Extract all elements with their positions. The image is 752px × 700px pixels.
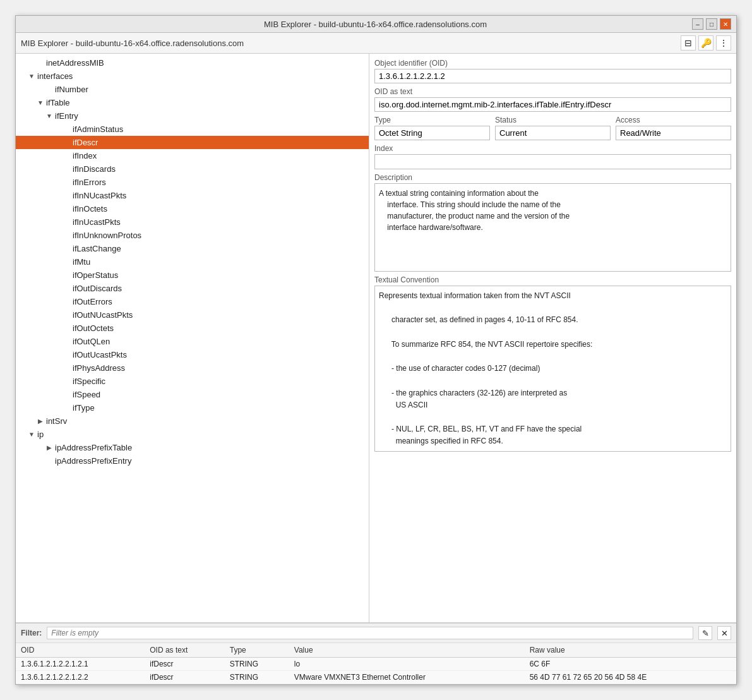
tree-toggle-ifOutUcastPkts[interactable] — [63, 351, 71, 359]
tree-toggle-intSrv[interactable]: ▶ — [36, 417, 45, 426]
tree-toggle-ifTable[interactable]: ▼ — [36, 99, 45, 107]
tree-label-ifInDiscards: ifInDiscards — [71, 164, 116, 174]
oid-text-input[interactable] — [374, 97, 731, 112]
tree-item-ifLastChange[interactable]: ifLastChange — [16, 242, 369, 255]
results-header-row: OID OID as text Type Value Raw value — [16, 643, 736, 658]
tree-item-ipAddressPrefixTable[interactable]: ▶ ipAddressPrefixTable — [16, 441, 369, 454]
tree-toggle-ifOperStatus[interactable] — [63, 271, 71, 280]
tree-toggle-partial[interactable] — [45, 457, 54, 466]
index-input[interactable] — [374, 154, 731, 169]
key-icon-button[interactable]: 🔑 — [698, 35, 713, 51]
tree-label-ifLastChange: ifLastChange — [71, 244, 121, 253]
tree-item-ifOutErrors[interactable]: ifOutErrors — [16, 295, 369, 308]
tree-item-intSrv[interactable]: ▶ intSrv — [16, 414, 369, 428]
tree-toggle-ifDescr[interactable] — [63, 138, 71, 147]
tree-item-ifOutNUcastPkts[interactable]: ifOutNUcastPkts — [16, 308, 369, 322]
description-text: A textual string containing information … — [374, 183, 731, 272]
tree-label-ifSpecific: ifSpecific — [71, 377, 105, 386]
tree-toggle-ifEntry[interactable]: ▼ — [45, 112, 54, 121]
tree-toggle-ifIndex[interactable] — [63, 152, 71, 160]
menu-icon-button[interactable]: ⋮ — [716, 35, 731, 51]
tree-item-ifInErrors[interactable]: ifInErrors — [16, 176, 369, 189]
tree-toggle-interfaces[interactable]: ▼ — [27, 72, 36, 81]
type-field-group: Type — [374, 116, 490, 140]
tree-item-ifInNUcastPkts[interactable]: ifInNUcastPkts — [16, 189, 369, 202]
cell-raw-value: 6C 6F — [525, 658, 736, 671]
close-button[interactable]: ✕ — [720, 18, 731, 30]
results-table: OID OID as text Type Value Raw value 1.3… — [16, 643, 736, 684]
tree-label-ifOperStatus: ifOperStatus — [71, 270, 118, 280]
table-row[interactable]: 1.3.6.1.2.1.2.2.1.2.2 ifDescr STRING VMw… — [16, 671, 736, 684]
tree-item-ifOutUcastPkts[interactable]: ifOutUcastPkts — [16, 348, 369, 361]
tree-toggle-ifOutDiscards[interactable] — [63, 284, 71, 293]
filter-input[interactable] — [47, 627, 693, 639]
tree-toggle-ifInErrors[interactable] — [63, 178, 71, 187]
tree-toggle-ifInDiscards[interactable] — [63, 165, 71, 174]
tree-toggle-ifAdminStatus[interactable] — [63, 125, 71, 134]
tree-toggle-ifOutErrors[interactable] — [63, 298, 71, 306]
cell-value: lo — [289, 658, 525, 671]
tree-item-inetAddressMIB[interactable]: inetAddressMIB — [16, 56, 369, 69]
tree-item-ifSpecific[interactable]: ifSpecific — [16, 375, 369, 388]
filter-clear-icon-button[interactable]: ✕ — [717, 626, 731, 640]
tree-item-ifIndex[interactable]: ifIndex — [16, 149, 369, 162]
filter-icon-button[interactable]: ⊟ — [681, 35, 696, 51]
tree-item-ifInDiscards[interactable]: ifInDiscards — [16, 162, 369, 176]
tree-toggle-ifOutOctets[interactable] — [63, 324, 71, 333]
tree-item-ifPhysAddress[interactable]: ifPhysAddress — [16, 361, 369, 375]
oid-text-field-group: OID as text — [374, 87, 731, 112]
tree-item-interfaces[interactable]: ▼ interfaces — [16, 69, 369, 83]
col-raw-value: Raw value — [525, 643, 736, 658]
tree-toggle-ip[interactable]: ▼ — [27, 430, 36, 439]
table-row[interactable]: 1.3.6.1.2.1.2.2.1.2.1 ifDescr STRING lo … — [16, 658, 736, 671]
tree-item-ifInUnknownProtos[interactable]: ifInUnknownProtos — [16, 229, 369, 242]
tree-item-ifOutQLen[interactable]: ifOutQLen — [16, 335, 369, 348]
tree-toggle-ifMtu[interactable] — [63, 258, 71, 267]
tree-toggle-ifInOctets[interactable] — [63, 205, 71, 214]
tree-item-ifOutDiscards[interactable]: ifOutDiscards — [16, 282, 369, 295]
tree-toggle-inetAddressMIB[interactable] — [36, 59, 45, 68]
tree-item-ifSpeed[interactable]: ifSpeed — [16, 388, 369, 401]
tree-toggle-ifPhysAddress[interactable] — [63, 364, 71, 373]
index-label: Index — [374, 144, 731, 153]
filter-edit-icon-button[interactable]: ✎ — [698, 626, 712, 640]
tree-toggle-ifInNUcastPkts[interactable] — [63, 191, 71, 200]
tree-item-ifTable[interactable]: ▼ ifTable — [16, 96, 369, 109]
tree-toggle-ifOutNUcastPkts[interactable] — [63, 311, 71, 320]
tree-item-ifInOctets[interactable]: ifInOctets — [16, 202, 369, 215]
tree-toggle-ifOutQLen[interactable] — [63, 337, 71, 346]
tree-item-ifType[interactable]: ifType — [16, 401, 369, 414]
status-input[interactable] — [495, 126, 611, 140]
cell-type: STRING — [225, 658, 289, 671]
tree-toggle-ifSpeed[interactable] — [63, 390, 71, 399]
col-oid: OID — [16, 643, 145, 658]
menu-bar: MIB Explorer - build-ubuntu-16-x64.offic… — [16, 33, 736, 54]
minimize-button[interactable]: – — [692, 18, 703, 30]
tree-toggle-ifNumber[interactable] — [45, 85, 54, 94]
tree-item-ifAdminStatus[interactable]: ifAdminStatus — [16, 123, 369, 136]
type-label: Type — [374, 116, 490, 124]
tree-toggle-ifLastChange[interactable] — [63, 244, 71, 253]
tree-item-ifMtu[interactable]: ifMtu — [16, 255, 369, 269]
tree-item-ifInUcastPkts[interactable]: ifInUcastPkts — [16, 215, 369, 229]
tree-toggle-ipAddressPrefixTable[interactable]: ▶ — [45, 444, 54, 452]
tree-item-ifOperStatus[interactable]: ifOperStatus — [16, 269, 369, 282]
maximize-button[interactable]: □ — [706, 18, 717, 30]
type-input[interactable] — [374, 126, 490, 140]
tree-item-ifOutOctets[interactable]: ifOutOctets — [16, 322, 369, 335]
tree-toggle-ifSpecific[interactable] — [63, 377, 71, 386]
tree-item-ifEntry[interactable]: ▼ ifEntry — [16, 109, 369, 123]
access-input[interactable] — [616, 126, 731, 140]
tree-label-ipAddressPrefixTable: ipAddressPrefixTable — [54, 443, 132, 452]
oid-input[interactable] — [374, 69, 731, 83]
filter-bar: Filter: ✎ ✕ — [16, 624, 736, 643]
tree-toggle-ifInUcastPkts[interactable] — [63, 218, 71, 227]
tree-item-ifDescr[interactable]: ifDescr — [16, 136, 369, 149]
tree-item-ip[interactable]: ▼ ip — [16, 428, 369, 441]
textual-field-group: Textual Convention Represents textual in… — [374, 275, 731, 452]
tree-toggle-ifType[interactable] — [63, 404, 71, 413]
tree-item-partial[interactable]: ipAddressPrefixEntry — [16, 454, 369, 468]
tree-item-ifNumber[interactable]: ifNumber — [16, 83, 369, 96]
cell-type: STRING — [225, 671, 289, 684]
tree-toggle-ifInUnknownProtos[interactable] — [63, 231, 71, 240]
